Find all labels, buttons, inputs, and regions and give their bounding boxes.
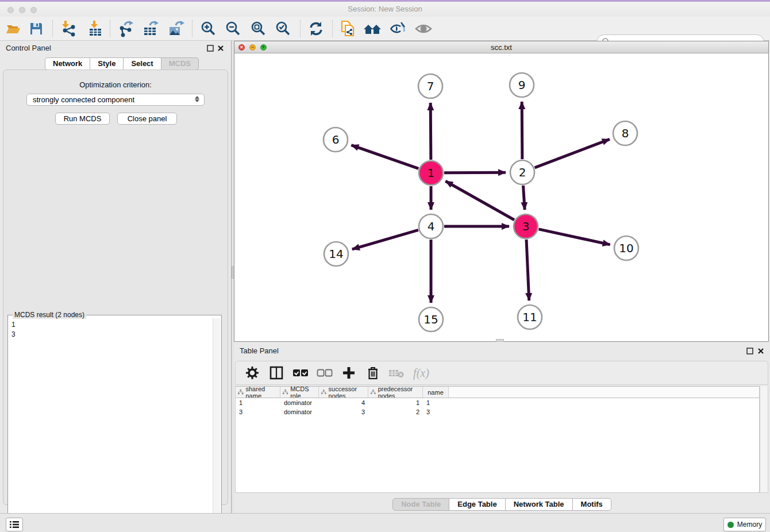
tab-network[interactable]: Network	[45, 57, 90, 70]
select-all-icon[interactable]	[292, 365, 309, 381]
table-row[interactable]: 1dominator411	[236, 398, 759, 407]
tab-mcds[interactable]: MCDS	[161, 57, 199, 70]
network-canvas[interactable]: 7968124314101511	[234, 53, 768, 341]
export-image-icon[interactable]	[166, 20, 186, 38]
cell-successor-nodes[interactable]: 3	[319, 408, 368, 415]
tab-style[interactable]: Style	[90, 57, 124, 70]
node-15[interactable]: 15	[419, 307, 443, 331]
table-scrollbar[interactable]	[760, 386, 768, 493]
svg-text:6: 6	[332, 133, 340, 147]
cell-shared-name[interactable]: 1	[236, 399, 280, 406]
node-11[interactable]: 11	[518, 305, 542, 329]
edge-2-9[interactable]	[522, 102, 522, 159]
edge-3-1[interactable]	[445, 181, 514, 219]
column-header-mcds-role[interactable]: MCDS role	[280, 387, 319, 398]
column-header-name[interactable]: name	[423, 387, 449, 398]
edge-4-14[interactable]	[352, 230, 418, 249]
float-panel-icon[interactable]	[206, 44, 214, 52]
node-8[interactable]: 8	[613, 121, 637, 145]
node-4[interactable]: 4	[419, 214, 443, 238]
zoom-out-icon[interactable]	[224, 20, 243, 38]
column-visibility-icon[interactable]	[268, 365, 285, 381]
node-14[interactable]: 14	[324, 242, 348, 266]
edge-1-7[interactable]	[430, 103, 431, 160]
deselect-all-icon[interactable]	[316, 365, 333, 381]
cell-mcds-role[interactable]: dominator	[280, 399, 319, 406]
node-10[interactable]: 10	[614, 236, 638, 260]
column-header-shared-name[interactable]: shared name	[236, 387, 280, 398]
edge-3-11[interactable]	[526, 240, 529, 300]
close-panel-button[interactable]: Close panel	[117, 113, 177, 125]
cell-name[interactable]: 3	[423, 408, 449, 415]
node-1[interactable]: 1	[419, 161, 443, 185]
column-header-predecessor-nodes[interactable]: predecessor nodes	[368, 387, 423, 398]
node-2[interactable]: 2	[510, 160, 534, 184]
float-table-panel-icon[interactable]	[746, 347, 754, 355]
duplicate-network-icon[interactable]	[338, 20, 357, 38]
toolbar-separator	[300, 20, 301, 37]
result-scrollbar[interactable]	[213, 318, 221, 530]
table-body: 1dominator4113dominator323	[236, 398, 759, 417]
node-3[interactable]: 3	[514, 214, 538, 238]
node-7[interactable]: 7	[418, 74, 442, 98]
open-session-icon[interactable]	[3, 20, 23, 38]
cell-mcds-role[interactable]: dominator	[280, 408, 319, 415]
svg-text:9: 9	[518, 78, 526, 92]
show-hide-icon[interactable]	[414, 20, 433, 38]
memory-button[interactable]: Memory	[723, 518, 766, 531]
cell-shared-name[interactable]: 3	[236, 408, 280, 415]
cell-name[interactable]: 1	[423, 399, 449, 406]
task-history-button[interactable]	[6, 518, 23, 531]
cell-predecessor-nodes[interactable]: 1	[368, 399, 423, 406]
svg-text:15: 15	[424, 313, 438, 326]
tab-network-table[interactable]: Network Table	[506, 498, 573, 511]
close-panel-icon[interactable]	[217, 44, 225, 52]
svg-text:3: 3	[522, 219, 530, 233]
delete-table-icon[interactable]	[388, 365, 406, 381]
home-icon[interactable]	[363, 20, 382, 38]
edge-2-3[interactable]	[523, 186, 525, 210]
add-column-icon[interactable]	[340, 365, 357, 381]
zoom-in-icon[interactable]	[199, 20, 218, 38]
tab-motifs[interactable]: Motifs	[573, 498, 611, 511]
tab-edge-table[interactable]: Edge Table	[449, 498, 505, 511]
network-titlebar: × − + scc.txt	[234, 41, 768, 53]
zoom-selected-icon[interactable]	[274, 20, 293, 38]
style-visibility-icon[interactable]	[388, 20, 407, 38]
zoom-fit-icon[interactable]	[249, 20, 268, 38]
refresh-icon[interactable]	[306, 20, 326, 38]
cell-successor-nodes[interactable]: 4	[319, 399, 368, 406]
hierarchy-icon	[371, 389, 376, 395]
edge-3-10[interactable]	[538, 229, 610, 245]
tab-node-table[interactable]: Node Table	[392, 498, 449, 511]
import-network-icon[interactable]	[59, 20, 78, 38]
node-6[interactable]: 6	[324, 128, 348, 152]
import-table-icon[interactable]	[86, 20, 105, 38]
edge-1-2[interactable]	[444, 172, 506, 173]
hierarchy-icon	[238, 389, 244, 395]
export-network-icon[interactable]	[116, 20, 136, 38]
save-session-icon[interactable]	[26, 20, 46, 38]
function-builder-icon[interactable]: f(x)	[413, 365, 430, 381]
table-toolbar: f(x)	[235, 361, 768, 385]
node-table[interactable]: shared nameMCDS rolesuccessor nodesprede…	[235, 386, 760, 493]
delete-column-icon[interactable]	[364, 365, 382, 381]
titlebar: Session: New Session	[0, 2, 770, 17]
edge-2-8[interactable]	[535, 139, 610, 168]
export-table-icon[interactable]	[141, 20, 160, 38]
optimization-select-value: strongly connected component	[33, 95, 134, 104]
run-mcds-button[interactable]: Run MCDS	[55, 113, 110, 125]
column-header-successor-nodes[interactable]: successor nodes	[319, 387, 368, 398]
edge-1-6[interactable]	[351, 145, 418, 169]
cell-predecessor-nodes[interactable]: 2	[368, 408, 423, 415]
column-label: predecessor nodes	[378, 387, 420, 398]
node-9[interactable]: 9	[510, 73, 534, 97]
network-graph[interactable]: 7968124314101511	[234, 53, 768, 341]
optimization-select[interactable]: strongly connected component	[26, 94, 205, 106]
table-row[interactable]: 3dominator323	[236, 407, 759, 417]
control-panel-title: Control Panel	[6, 44, 51, 52]
tab-select[interactable]: Select	[124, 57, 161, 70]
settings-gear-icon[interactable]	[244, 365, 261, 381]
hierarchy-icon	[283, 389, 288, 395]
close-table-panel-icon[interactable]	[757, 347, 765, 355]
